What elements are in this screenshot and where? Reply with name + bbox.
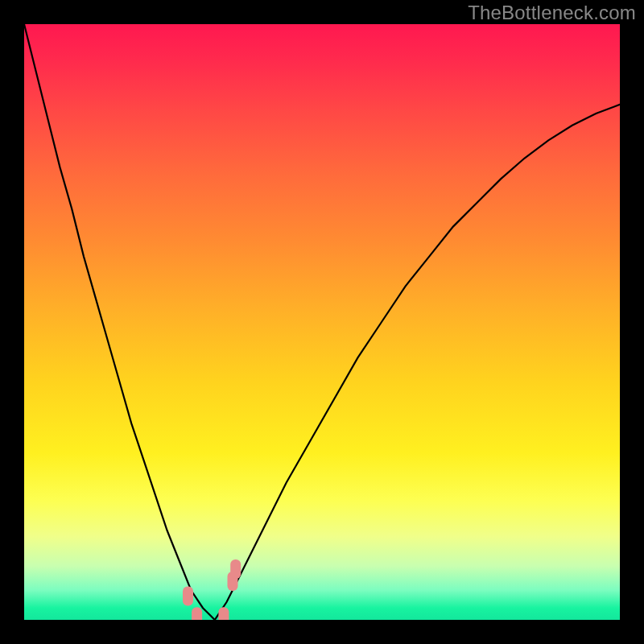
data-marker bbox=[183, 586, 193, 605]
marker-group bbox=[183, 559, 241, 620]
data-marker bbox=[192, 607, 202, 620]
plot-area bbox=[24, 24, 620, 620]
watermark-text: TheBottleneck.com bbox=[468, 2, 636, 24]
curve-right-arm bbox=[215, 105, 620, 620]
chart-frame: TheBottleneck.com bbox=[0, 0, 644, 644]
curve-layer bbox=[24, 24, 620, 620]
data-marker bbox=[218, 607, 229, 620]
data-marker bbox=[230, 559, 241, 579]
curve-left-arm bbox=[24, 24, 215, 620]
